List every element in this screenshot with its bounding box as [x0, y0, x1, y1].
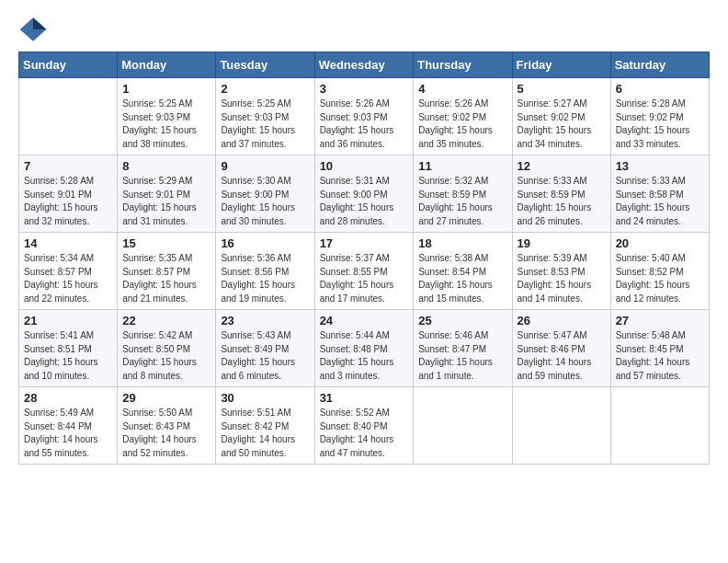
- day-number: 7: [24, 159, 112, 173]
- weekday-header-row: SundayMondayTuesdayWednesdayThursdayFrid…: [19, 52, 710, 78]
- day-number: 13: [616, 159, 704, 173]
- day-info: Sunrise: 5:49 AM Sunset: 8:44 PM Dayligh…: [24, 407, 112, 460]
- calendar-week-row: 1Sunrise: 5:25 AM Sunset: 9:03 PM Daylig…: [19, 78, 710, 155]
- day-info: Sunrise: 5:42 AM Sunset: 8:50 PM Dayligh…: [122, 329, 210, 383]
- weekday-header-wednesday: Wednesday: [314, 52, 414, 78]
- calendar-cell: 24Sunrise: 5:44 AM Sunset: 8:48 PM Dayli…: [314, 310, 414, 387]
- day-number: 11: [418, 159, 506, 173]
- calendar-cell: 9Sunrise: 5:30 AM Sunset: 9:00 PM Daylig…: [216, 155, 314, 233]
- calendar-cell: 2Sunrise: 5:25 AM Sunset: 9:03 PM Daylig…: [216, 78, 314, 155]
- day-number: 5: [518, 82, 606, 96]
- day-number: 1: [122, 82, 210, 96]
- day-number: 18: [418, 236, 506, 250]
- day-info: Sunrise: 5:43 AM Sunset: 8:49 PM Dayligh…: [221, 329, 309, 383]
- day-number: 19: [518, 236, 606, 250]
- day-info: Sunrise: 5:51 AM Sunset: 8:42 PM Dayligh…: [221, 407, 309, 460]
- calendar-cell: 12Sunrise: 5:33 AM Sunset: 8:59 PM Dayli…: [512, 155, 610, 233]
- calendar-cell: 30Sunrise: 5:51 AM Sunset: 8:42 PM Dayli…: [216, 387, 314, 465]
- day-number: 29: [122, 391, 210, 405]
- day-info: Sunrise: 5:26 AM Sunset: 9:03 PM Dayligh…: [320, 98, 409, 151]
- day-info: Sunrise: 5:36 AM Sunset: 8:56 PM Dayligh…: [221, 252, 309, 305]
- calendar-cell: 16Sunrise: 5:36 AM Sunset: 8:56 PM Dayli…: [216, 233, 314, 310]
- calendar-cell: 3Sunrise: 5:26 AM Sunset: 9:03 PM Daylig…: [314, 78, 414, 155]
- calendar-week-row: 7Sunrise: 5:28 AM Sunset: 9:01 PM Daylig…: [19, 155, 710, 233]
- day-info: Sunrise: 5:44 AM Sunset: 8:48 PM Dayligh…: [320, 329, 409, 383]
- calendar-cell: 27Sunrise: 5:48 AM Sunset: 8:45 PM Dayli…: [610, 310, 709, 387]
- day-info: Sunrise: 5:34 AM Sunset: 8:57 PM Dayligh…: [24, 252, 112, 305]
- day-info: Sunrise: 5:40 AM Sunset: 8:52 PM Dayligh…: [616, 252, 704, 305]
- calendar-cell: 7Sunrise: 5:28 AM Sunset: 9:01 PM Daylig…: [19, 155, 118, 233]
- weekday-header-friday: Friday: [512, 52, 610, 78]
- weekday-header-monday: Monday: [118, 52, 216, 78]
- weekday-header-thursday: Thursday: [414, 52, 512, 78]
- calendar-cell: 10Sunrise: 5:31 AM Sunset: 9:00 PM Dayli…: [314, 155, 414, 233]
- calendar-cell: 4Sunrise: 5:26 AM Sunset: 9:02 PM Daylig…: [414, 78, 512, 155]
- calendar-cell: 17Sunrise: 5:37 AM Sunset: 8:55 PM Dayli…: [314, 233, 414, 310]
- weekday-header-tuesday: Tuesday: [216, 52, 314, 78]
- day-number: 31: [320, 391, 409, 405]
- calendar-cell: [610, 387, 709, 465]
- day-info: Sunrise: 5:37 AM Sunset: 8:55 PM Dayligh…: [320, 252, 409, 305]
- weekday-header-sunday: Sunday: [19, 52, 118, 78]
- day-number: 27: [616, 314, 704, 327]
- calendar-table: SundayMondayTuesdayWednesdayThursdayFrid…: [18, 52, 710, 465]
- calendar-cell: 14Sunrise: 5:34 AM Sunset: 8:57 PM Dayli…: [19, 233, 118, 310]
- day-number: 3: [320, 82, 409, 96]
- day-number: 23: [221, 314, 309, 327]
- day-number: 30: [221, 391, 309, 405]
- calendar-cell: 5Sunrise: 5:27 AM Sunset: 9:02 PM Daylig…: [512, 78, 610, 155]
- calendar-cell: 1Sunrise: 5:25 AM Sunset: 9:03 PM Daylig…: [118, 78, 216, 155]
- calendar-week-row: 21Sunrise: 5:41 AM Sunset: 8:51 PM Dayli…: [19, 310, 710, 387]
- svg-marker-1: [33, 17, 46, 29]
- calendar-cell: 8Sunrise: 5:29 AM Sunset: 9:01 PM Daylig…: [118, 155, 216, 233]
- calendar-cell: 20Sunrise: 5:40 AM Sunset: 8:52 PM Dayli…: [610, 233, 709, 310]
- calendar-cell: 26Sunrise: 5:47 AM Sunset: 8:46 PM Dayli…: [512, 310, 610, 387]
- calendar-cell: 15Sunrise: 5:35 AM Sunset: 8:57 PM Dayli…: [118, 233, 216, 310]
- day-number: 9: [221, 159, 309, 173]
- day-info: Sunrise: 5:35 AM Sunset: 8:57 PM Dayligh…: [122, 252, 210, 305]
- calendar-cell: 19Sunrise: 5:39 AM Sunset: 8:53 PM Dayli…: [512, 233, 610, 310]
- page-header: [18, 15, 710, 44]
- day-number: 25: [418, 314, 506, 327]
- day-number: 17: [320, 236, 409, 250]
- day-info: Sunrise: 5:31 AM Sunset: 9:00 PM Dayligh…: [320, 175, 409, 228]
- day-info: Sunrise: 5:25 AM Sunset: 9:03 PM Dayligh…: [221, 98, 309, 151]
- day-info: Sunrise: 5:27 AM Sunset: 9:02 PM Dayligh…: [518, 98, 606, 151]
- day-info: Sunrise: 5:28 AM Sunset: 9:01 PM Dayligh…: [24, 175, 112, 228]
- day-info: Sunrise: 5:33 AM Sunset: 8:59 PM Dayligh…: [518, 175, 606, 228]
- calendar-cell: [19, 78, 118, 155]
- day-number: 28: [24, 391, 112, 405]
- calendar-cell: [512, 387, 610, 465]
- day-info: Sunrise: 5:38 AM Sunset: 8:54 PM Dayligh…: [418, 252, 506, 305]
- calendar-week-row: 14Sunrise: 5:34 AM Sunset: 8:57 PM Dayli…: [19, 233, 710, 310]
- day-number: 14: [24, 236, 112, 250]
- day-info: Sunrise: 5:50 AM Sunset: 8:43 PM Dayligh…: [122, 407, 210, 460]
- calendar-week-row: 28Sunrise: 5:49 AM Sunset: 8:44 PM Dayli…: [19, 387, 710, 465]
- day-info: Sunrise: 5:29 AM Sunset: 9:01 PM Dayligh…: [122, 175, 210, 228]
- day-info: Sunrise: 5:25 AM Sunset: 9:03 PM Dayligh…: [122, 98, 210, 151]
- calendar-cell: 29Sunrise: 5:50 AM Sunset: 8:43 PM Dayli…: [118, 387, 216, 465]
- day-number: 2: [221, 82, 309, 96]
- day-number: 6: [616, 82, 704, 96]
- calendar-cell: 31Sunrise: 5:52 AM Sunset: 8:40 PM Dayli…: [314, 387, 414, 465]
- calendar-cell: 25Sunrise: 5:46 AM Sunset: 8:47 PM Dayli…: [414, 310, 512, 387]
- day-number: 26: [518, 314, 606, 327]
- day-info: Sunrise: 5:33 AM Sunset: 8:58 PM Dayligh…: [616, 175, 704, 228]
- day-info: Sunrise: 5:39 AM Sunset: 8:53 PM Dayligh…: [518, 252, 606, 305]
- day-info: Sunrise: 5:48 AM Sunset: 8:45 PM Dayligh…: [616, 329, 704, 383]
- day-number: 15: [122, 236, 210, 250]
- calendar-cell: 13Sunrise: 5:33 AM Sunset: 8:58 PM Dayli…: [610, 155, 709, 233]
- calendar-cell: [414, 387, 512, 465]
- day-info: Sunrise: 5:47 AM Sunset: 8:46 PM Dayligh…: [518, 329, 606, 383]
- logo: [18, 15, 51, 44]
- day-info: Sunrise: 5:28 AM Sunset: 9:02 PM Dayligh…: [616, 98, 704, 151]
- day-number: 16: [221, 236, 309, 250]
- weekday-header-saturday: Saturday: [610, 52, 709, 78]
- calendar-cell: 28Sunrise: 5:49 AM Sunset: 8:44 PM Dayli…: [19, 387, 118, 465]
- calendar-cell: 18Sunrise: 5:38 AM Sunset: 8:54 PM Dayli…: [414, 233, 512, 310]
- calendar-cell: 6Sunrise: 5:28 AM Sunset: 9:02 PM Daylig…: [610, 78, 709, 155]
- day-number: 21: [24, 314, 112, 327]
- calendar-cell: 22Sunrise: 5:42 AM Sunset: 8:50 PM Dayli…: [118, 310, 216, 387]
- day-info: Sunrise: 5:32 AM Sunset: 8:59 PM Dayligh…: [418, 175, 506, 228]
- calendar-cell: 11Sunrise: 5:32 AM Sunset: 8:59 PM Dayli…: [414, 155, 512, 233]
